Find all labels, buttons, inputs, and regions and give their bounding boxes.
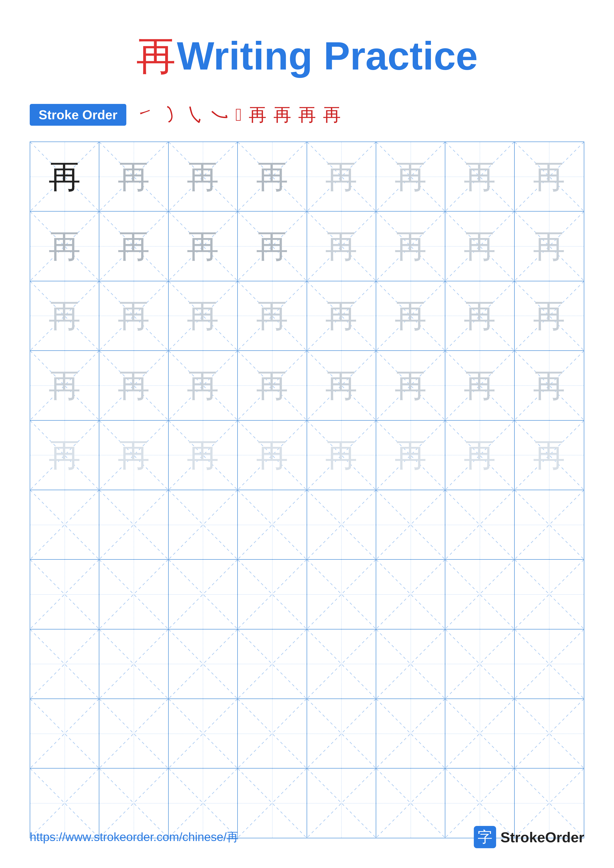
svg-line-125 [445,629,514,699]
grid-cell[interactable] [99,699,168,768]
grid-cell[interactable]: 再 [169,351,238,420]
grid-cell[interactable]: 再 [515,142,584,211]
grid-cell[interactable]: 再 [99,421,168,490]
grid-cell[interactable] [30,699,99,768]
grid-cell[interactable] [445,629,515,699]
practice-char: 再 [533,439,565,471]
grid-cell[interactable]: 再 [238,421,307,490]
grid-cell[interactable] [169,699,238,768]
svg-line-131 [99,699,168,768]
grid-cell[interactable] [238,560,307,629]
practice-char: 再 [187,161,219,193]
grid-cell[interactable]: 再 [515,351,584,420]
svg-line-92 [445,490,514,559]
grid-cell[interactable]: 再 [445,212,515,281]
grid-cell[interactable]: 再 [169,281,238,350]
grid-cell[interactable] [376,629,445,699]
grid-cell[interactable] [307,560,376,629]
grid-row[interactable] [30,629,584,699]
grid-cell[interactable]: 再 [99,281,168,350]
grid-cell[interactable]: 再 [445,351,515,420]
grid-row[interactable]: 再再再再再再再再 [30,212,584,281]
svg-line-110 [515,560,584,629]
grid-cell[interactable]: 再 [30,212,99,281]
grid-cell[interactable]: 再 [445,421,515,490]
grid-cell[interactable] [238,490,307,559]
svg-line-101 [169,560,237,629]
grid-cell[interactable]: 再 [307,142,376,211]
svg-line-89 [307,490,376,559]
grid-cell[interactable] [169,490,238,559]
grid-cell[interactable]: 再 [376,281,445,350]
grid-cell[interactable] [445,560,515,629]
grid-cell[interactable]: 再 [515,212,584,281]
grid-cell[interactable] [307,490,376,559]
grid-cell[interactable]: 再 [307,421,376,490]
grid-row[interactable]: 再再再再再再再再 [30,351,584,420]
grid-cell[interactable]: 再 [30,351,99,420]
grid-cell[interactable] [169,560,238,629]
grid-cell[interactable] [515,560,584,629]
page-container: 再 Writing Practice Stroke Order ㇀ ㇁ ㇂ ㇃ … [0,0,614,868]
svg-line-123 [376,629,445,699]
grid-cell[interactable]: 再 [169,142,238,211]
grid-cell[interactable]: 再 [307,281,376,350]
grid-cell[interactable] [238,629,307,699]
practice-char: 再 [118,230,150,262]
grid-cell[interactable]: 再 [99,142,168,211]
grid-cell[interactable] [515,699,584,768]
grid-cell[interactable] [169,629,238,699]
grid-cell[interactable]: 再 [169,212,238,281]
svg-line-142 [515,699,584,768]
grid-cell[interactable]: 再 [30,421,99,490]
grid-cell[interactable] [515,629,584,699]
grid-row[interactable] [30,560,584,629]
grid-cell[interactable]: 再 [238,281,307,350]
grid-cell[interactable]: 再 [307,212,376,281]
grid-cell[interactable]: 再 [238,142,307,211]
stroke-order-badge: Stroke Order [30,104,126,126]
grid-cell[interactable] [376,699,445,768]
grid-cell[interactable]: 再 [30,281,99,350]
grid-cell[interactable] [238,699,307,768]
grid-row[interactable] [30,490,584,560]
grid-cell[interactable] [30,629,99,699]
svg-line-117 [169,629,237,699]
grid-cell[interactable] [99,490,168,559]
stroke-step-3: ㇂ [186,103,204,127]
grid-cell[interactable]: 再 [238,212,307,281]
grid-row[interactable]: 再再再再再再再再 [30,142,584,212]
grid-cell[interactable]: 再 [99,351,168,420]
grid-cell[interactable]: 再 [515,281,584,350]
grid-cell[interactable]: 再 [376,421,445,490]
grid-cell[interactable] [376,490,445,559]
grid-cell[interactable] [445,699,515,768]
grid-cell[interactable] [445,490,515,559]
grid-row[interactable]: 再再再再再再再再 [30,281,584,351]
grid-cell[interactable] [30,560,99,629]
grid-cell[interactable] [307,629,376,699]
grid-cell[interactable]: 再 [307,351,376,420]
grid-cell[interactable] [30,490,99,559]
grid-cell[interactable]: 再 [376,142,445,211]
svg-line-80 [30,490,99,559]
grid-cell[interactable]: 再 [30,142,99,211]
svg-line-85 [169,490,237,559]
grid-cell[interactable] [99,560,168,629]
grid-row[interactable]: 再再再再再再再再 [30,421,584,490]
grid-cell[interactable]: 再 [376,212,445,281]
grid-cell[interactable]: 再 [515,421,584,490]
grid-cell[interactable] [515,490,584,559]
grid-cell[interactable] [307,699,376,768]
grid-cell[interactable]: 再 [169,421,238,490]
grid-cell[interactable]: 再 [445,281,515,350]
grid-cell[interactable]: 再 [376,351,445,420]
grid-cell[interactable] [99,629,168,699]
grid-cell[interactable]: 再 [445,142,515,211]
grid-cell[interactable]: 再 [99,212,168,281]
grid-cell[interactable] [376,560,445,629]
svg-line-133 [169,699,237,768]
grid-cell[interactable]: 再 [238,351,307,420]
svg-line-97 [30,560,99,629]
grid-row[interactable] [30,699,584,769]
